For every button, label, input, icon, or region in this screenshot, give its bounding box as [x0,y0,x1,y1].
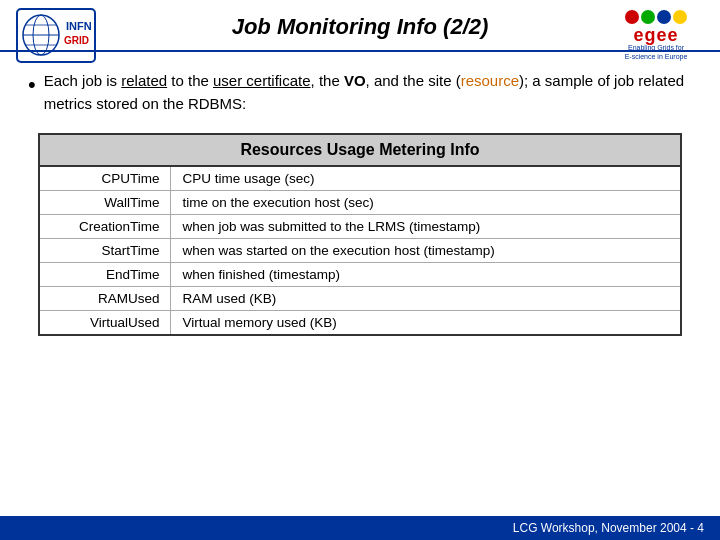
vo-text: VO [344,72,366,89]
page-title: Job Monitoring Info (2/2) [232,14,489,40]
metric-name: VirtualUsed [40,311,170,335]
user-cert-text: user certificate [213,72,311,89]
metric-description: when finished (timestamp) [170,263,680,287]
resources-table: CPUTimeCPU time usage (sec)WallTimetime … [40,167,680,334]
table-row: CPUTimeCPU time usage (sec) [40,167,680,191]
footer: LCG Workshop, November 2004 - 4 [0,516,720,540]
metric-description: CPU time usage (sec) [170,167,680,191]
table-row: WallTimetime on the execution host (sec) [40,191,680,215]
table-row: RAMUsedRAM used (KB) [40,287,680,311]
egee-circles [625,10,687,24]
table-row: EndTimewhen finished (timestamp) [40,263,680,287]
bullet-dot: • [28,68,36,101]
metric-name: CPUTime [40,167,170,191]
egee-circle-blue [657,10,671,24]
egee-brand-text: egee [633,26,678,44]
egee-logo: egee Enabling Grids forE-science in Euro… [606,8,706,63]
resource-text: resource [461,72,519,89]
slide: INFN GRID Job Monitoring Info (2/2) egee… [0,0,720,540]
egee-tagline: Enabling Grids forE-science in Europe [625,44,688,61]
main-content: • Each job is related to the user certif… [0,62,720,346]
table-header: Resources Usage Metering Info [40,135,680,167]
bullet-point: • Each job is related to the user certif… [28,70,692,115]
metric-name: WallTime [40,191,170,215]
bullet-content: Each job is related to the user certific… [44,70,692,115]
metric-description: when was started on the execution host (… [170,239,680,263]
svg-text:INFN: INFN [66,20,92,32]
table-row: CreationTimewhen job was submitted to th… [40,215,680,239]
svg-text:GRID: GRID [64,35,89,46]
egee-circle-red [625,10,639,24]
metric-name: StartTime [40,239,170,263]
metric-name: RAMUsed [40,287,170,311]
footer-text: LCG Workshop, November 2004 - 4 [513,521,704,535]
table-row: VirtualUsedVirtual memory used (KB) [40,311,680,335]
metric-name: EndTime [40,263,170,287]
metric-description: time on the execution host (sec) [170,191,680,215]
table-row: StartTimewhen was started on the executi… [40,239,680,263]
metric-description: Virtual memory used (KB) [170,311,680,335]
metric-description: RAM used (KB) [170,287,680,311]
metric-description: when job was submitted to the LRMS (time… [170,215,680,239]
related-text: related [121,72,167,89]
header: INFN GRID Job Monitoring Info (2/2) egee… [0,0,720,50]
egee-circle-yellow [673,10,687,24]
resources-table-container: Resources Usage Metering Info CPUTimeCPU… [38,133,682,336]
metric-name: CreationTime [40,215,170,239]
infn-grid-logo: INFN GRID [16,8,96,63]
egee-circle-green [641,10,655,24]
